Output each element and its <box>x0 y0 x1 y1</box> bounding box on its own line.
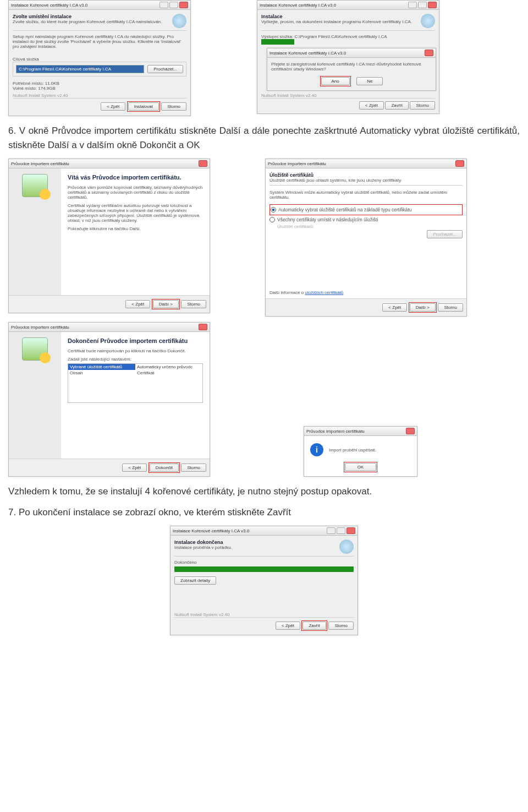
certificate-icon <box>22 174 48 197</box>
header-sub: Instalace proběhla v pořádku. <box>174 545 232 550</box>
cancel-button[interactable]: Storno <box>161 102 186 111</box>
cancel-button[interactable]: Storno <box>438 303 463 312</box>
show-details-button[interactable]: Zobrazit detaily <box>174 576 216 585</box>
installer-window-choose-folder: Instalace Kořenové certifikáty I.CA v3.0… <box>8 0 191 116</box>
cell: Automaticky určeno průvodc <box>135 364 202 370</box>
ok-button[interactable]: OK <box>345 463 377 471</box>
install-button[interactable]: Instalovat <box>128 102 159 111</box>
screenshot-row-1: Instalace Kořenové certifikáty I.CA v3.0… <box>8 0 520 116</box>
close-icon[interactable] <box>199 160 207 167</box>
wizard-art <box>9 168 61 295</box>
radio-place-store[interactable]: Všechny certifikáty umístit v následujíc… <box>270 215 463 224</box>
next-button[interactable]: Další > <box>410 303 436 312</box>
dest-input[interactable]: C:\Program Files\I.CA\Kořenové certifiká… <box>16 65 144 73</box>
system-label: Nullsoft Install System v2.40 <box>13 93 186 98</box>
browse-button: Procházet... <box>427 230 463 238</box>
close-icon[interactable] <box>428 2 437 8</box>
radio-auto-store[interactable]: Automaticky vybrat úložiště certifikátů … <box>271 205 461 214</box>
wizard-heading: Dokončení Průvodce importem certifikátu <box>68 337 203 344</box>
close-icon[interactable] <box>455 160 464 167</box>
cell: Certifikát <box>135 370 202 376</box>
finish-text-1: Certifikát bude naimportován po kliknutí… <box>68 348 203 353</box>
back-button[interactable]: < Zpět <box>276 622 300 630</box>
screenshot-row-2: Průvodce importem certifikátu Vítá vás P… <box>8 159 520 317</box>
window-title: Průvodce importem certifikátu <box>268 161 326 166</box>
window-buttons <box>327 527 355 534</box>
system-label: Nullsoft Install System v2.40 <box>261 93 435 98</box>
output-label: Výstupní složka: C:\Program Files\I.CA\K… <box>261 34 435 39</box>
cancel-button[interactable]: Storno <box>410 101 435 110</box>
header: Úložiště certifikátů <box>270 172 463 178</box>
minimize-icon[interactable] <box>160 2 168 8</box>
wizard-art <box>9 332 61 459</box>
header-sub: Úložiště certifikátů jsou oblasti systém… <box>270 178 463 183</box>
yes-button[interactable]: Ano <box>321 77 350 85</box>
back-button[interactable]: < Zpět <box>359 101 384 110</box>
close-icon[interactable] <box>179 2 188 8</box>
header: Instalace <box>261 14 412 19</box>
minimize-icon[interactable] <box>408 2 417 8</box>
progress-bar <box>261 39 294 45</box>
back-button[interactable]: < Zpět <box>122 464 147 472</box>
final-row: Instalace Kořenové certifikáty I.CA v3.0… <box>8 526 520 635</box>
finish-button[interactable]: Dokončit <box>150 464 179 472</box>
title-bar: Průvodce importem certifikátu <box>9 159 210 168</box>
shield-icon <box>172 14 186 28</box>
no-button[interactable]: Ne <box>356 77 383 85</box>
maximize-icon[interactable] <box>169 2 178 8</box>
wizard-heading: Vítá vás Průvodce importem certifikátu. <box>68 174 203 181</box>
finish-text-2: Zadali jste následující nastavení: <box>68 357 203 362</box>
wizard-welcome: Průvodce importem certifikátu Vítá vás P… <box>8 159 210 313</box>
free-space: Volné místo: 174.9GB <box>13 86 186 91</box>
browse-button[interactable]: Procházet... <box>147 65 183 73</box>
register-confirm-dialog: Instalace Kořenové certifikáty I.CA v3.0… <box>267 48 436 91</box>
close-button[interactable]: Zavřít <box>302 622 326 630</box>
back-button[interactable]: < Zpět <box>125 300 150 308</box>
title-bar: Průvodce importem certifikátu <box>9 323 210 332</box>
dialog-title: Instalace Kořenové certifikáty I.CA v3.0 <box>270 51 346 56</box>
window-title: Instalace Kořenové certifikáty I.CA v3.0 <box>173 528 249 533</box>
cancel-button[interactable]: Storno <box>181 300 206 308</box>
wizard-store: Průvodce importem certifikátu Úložiště c… <box>265 159 467 317</box>
window-title: Průvodce importem certifikátu <box>11 161 69 166</box>
body-text: Systém Windows může automaticky vybrat ú… <box>270 190 463 200</box>
title-bar: Instalace Kořenové certifikáty I.CA v3.0 <box>9 1 190 10</box>
installer-window-progress: Instalace Kořenové certifikáty I.CA v3.0… <box>257 0 439 114</box>
close-icon[interactable] <box>199 324 207 330</box>
done-label: Dokončeno <box>174 560 354 565</box>
more-label: Další informace o <box>270 290 304 295</box>
back-button[interactable]: < Zpět <box>382 303 407 312</box>
wizard-text-2: Certifikát vydaný certifikační autoritou… <box>68 203 203 223</box>
wizard-finish: Průvodce importem certifikátu Dokončení … <box>8 322 210 477</box>
info-icon: i <box>310 443 323 456</box>
progress-bar <box>174 566 354 572</box>
title-bar: Instalace Kořenové certifikáty I.CA v3.0 <box>257 1 439 10</box>
next-button[interactable]: Další > <box>153 300 179 308</box>
header-sub: Vyčkejte, prosím, na dokončení instalace… <box>261 19 412 24</box>
settings-listbox: Vybrané úložiště certifikátů Automaticky… <box>68 363 203 403</box>
close-button[interactable]: Zavřít <box>385 101 408 110</box>
cancel-button[interactable]: Storno <box>328 622 354 630</box>
title-bar: Instalace Kořenové certifikáty I.CA v3.0 <box>267 48 436 58</box>
more-link[interactable]: úložištích certifikátů <box>305 290 343 295</box>
shield-icon <box>339 539 354 554</box>
system-label: Nullsoft Install System v2.40 <box>174 612 354 617</box>
close-icon[interactable] <box>346 527 355 534</box>
installer-window-done: Instalace Kořenové certifikáty I.CA v3.0… <box>170 526 358 635</box>
close-icon[interactable] <box>425 50 433 56</box>
maximize-icon[interactable] <box>337 527 345 534</box>
minimize-icon[interactable] <box>327 527 336 534</box>
back-button[interactable]: < Zpět <box>101 102 125 111</box>
cancel-button[interactable]: Storno <box>181 464 206 472</box>
success-message: Import proběhl úspěšně. <box>329 448 376 453</box>
instruction-step-7: 7. Po ukončení instalace se zobrazí okno… <box>8 505 520 520</box>
window-title: Instalace Kořenové certifikáty I.CA v3.0 <box>260 3 336 8</box>
maximize-icon[interactable] <box>418 2 427 8</box>
header: Instalace dokončena <box>174 539 232 545</box>
screenshot-row-3: Průvodce importem certifikátu Dokončení … <box>8 322 520 477</box>
cell: Vybrané úložiště certifikátů <box>68 364 135 370</box>
title-bar: Instalace Kořenové certifikáty I.CA v3.0 <box>170 526 358 536</box>
store-label: Úložiště certifikátů: <box>270 224 463 229</box>
title-bar: Průvodce importem certifikátu <box>304 427 417 436</box>
close-icon[interactable] <box>406 428 415 434</box>
